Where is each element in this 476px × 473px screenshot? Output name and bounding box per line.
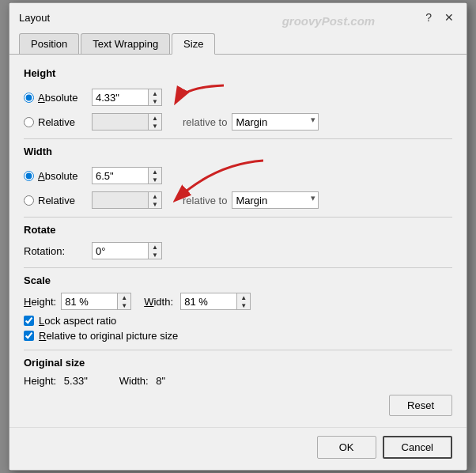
width-absolute-up[interactable]: ▲ xyxy=(149,168,161,176)
scale-values-row: Height: ▲ ▼ Width: ▲ xyxy=(24,293,452,310)
divider-4 xyxy=(24,350,452,350)
orig-width-key: Width: 8" xyxy=(119,375,165,387)
width-absolute-input[interactable] xyxy=(92,167,149,184)
width-absolute-down[interactable]: ▼ xyxy=(149,176,161,184)
height-relative-radio[interactable] xyxy=(24,117,34,127)
height-relative-up[interactable]: ▲ xyxy=(149,114,161,122)
rotation-up[interactable]: ▲ xyxy=(149,243,161,251)
height-absolute-input[interactable] xyxy=(92,89,149,106)
original-size-row: Height: 5.33" Width: 8" xyxy=(24,375,452,387)
width-margin-dropdown[interactable]: Margin Page Column xyxy=(232,191,319,209)
cancel-button[interactable]: Cancel xyxy=(383,436,452,459)
scale-width-spinner: ▲ ▼ xyxy=(180,293,251,310)
scale-width-label: Width: xyxy=(144,296,176,308)
arrow1-container xyxy=(167,85,230,109)
relative-to-orig-row: Relative to original picture size xyxy=(24,330,452,342)
height-absolute-radio[interactable] xyxy=(24,93,34,103)
scale-height-spinbtns: ▲ ▼ xyxy=(118,293,131,310)
rotate-section: Rotate Rotation: ▲ ▼ xyxy=(24,224,452,259)
scale-height-input[interactable] xyxy=(61,293,118,310)
relative-to-orig-label: Relative to original picture size xyxy=(39,330,178,342)
divider-2 xyxy=(24,217,452,218)
width-relative-spinbtns: ▲ ▼ xyxy=(149,191,162,209)
height-absolute-label[interactable]: Absolute xyxy=(24,92,87,104)
orig-height-value: 5.33" xyxy=(64,375,88,387)
watermark: groovyPost.com xyxy=(282,14,376,28)
scale-height-item: Height: ▲ ▼ xyxy=(24,293,131,310)
width-absolute-spinner: ▲ ▼ xyxy=(92,167,162,184)
height-relative-label[interactable]: Relative xyxy=(24,116,87,128)
height-section-label: Height xyxy=(24,67,452,79)
ok-button[interactable]: OK xyxy=(317,436,376,459)
height-section: Height Absolute ▲ ▼ xyxy=(24,67,452,131)
title-actions: ? ✕ xyxy=(422,9,457,25)
scale-height-up[interactable]: ▲ xyxy=(118,293,130,301)
scale-height-spinner: ▲ ▼ xyxy=(61,293,131,310)
height-absolute-up[interactable]: ▲ xyxy=(149,89,161,97)
rotation-input[interactable] xyxy=(92,242,149,259)
width-relative-spinner: ▲ ▼ xyxy=(92,191,162,209)
width-relative-text: Relative xyxy=(38,195,75,206)
height-margin-dropdown-wrap: Margin Page Column xyxy=(232,113,319,131)
lock-aspect-checkbox[interactable] xyxy=(24,316,34,326)
width-absolute-row: Absolute ▲ ▼ xyxy=(24,164,452,187)
height-absolute-spinner: ▲ ▼ xyxy=(92,89,162,106)
scale-height-down[interactable]: ▼ xyxy=(118,301,130,309)
divider-3 xyxy=(24,267,452,268)
reset-row: Reset xyxy=(24,395,452,416)
height-relative-text: Relative xyxy=(38,116,75,128)
content-area: Height Absolute ▲ ▼ xyxy=(9,55,467,427)
tab-text-wrapping[interactable]: Text Wrapping xyxy=(81,33,170,54)
title-bar: Layout groovyPost.com ? ✕ xyxy=(9,3,467,28)
tab-position[interactable]: Position xyxy=(19,33,79,54)
width-relative-up[interactable]: ▲ xyxy=(149,192,161,200)
width-relative-label[interactable]: Relative xyxy=(24,195,87,206)
rotation-row: Rotation: ▲ ▼ xyxy=(24,242,452,259)
height-absolute-row: Absolute ▲ ▼ xyxy=(24,85,452,109)
divider-1 xyxy=(24,138,452,139)
close-button[interactable]: ✕ xyxy=(441,9,457,25)
height-relative-row: Relative ▲ ▼ relative to Margin Page Col… xyxy=(24,113,452,131)
rotation-down[interactable]: ▼ xyxy=(149,251,161,259)
height-absolute-down[interactable]: ▼ xyxy=(149,97,161,105)
height-margin-dropdown[interactable]: Margin Page Column xyxy=(232,113,319,131)
width-absolute-radio[interactable] xyxy=(24,171,34,181)
rotation-spinner: ▲ ▼ xyxy=(92,242,162,259)
scale-height-label: Height: xyxy=(24,296,56,308)
scale-section-label: Scale xyxy=(24,274,452,286)
width-relative-radio[interactable] xyxy=(24,195,34,206)
orig-height-key: Height: 5.33" xyxy=(24,375,88,387)
height-relative-input[interactable] xyxy=(92,113,149,131)
scale-width-spinbtns: ▲ ▼ xyxy=(237,293,251,310)
width-section: Width Absolute ▲ ▼ xyxy=(24,146,452,209)
height-relative-spinner: ▲ ▼ xyxy=(92,113,162,131)
rotate-section-label: Rotate xyxy=(24,224,452,236)
relative-to-orig-checkbox[interactable] xyxy=(24,331,34,341)
dialog-footer: OK Cancel xyxy=(9,427,467,470)
reset-button[interactable]: Reset xyxy=(389,395,452,416)
lock-aspect-label: Lock aspect ratio xyxy=(39,315,116,327)
scale-width-input[interactable] xyxy=(180,293,237,310)
original-size-section: Original size Height: 5.33" Width: 8" xyxy=(24,357,452,387)
layout-dialog: Layout groovyPost.com ? ✕ Position Text … xyxy=(9,2,467,471)
dialog-title: Layout xyxy=(19,12,50,24)
original-size-label: Original size xyxy=(24,357,452,369)
tab-size[interactable]: Size xyxy=(172,33,215,55)
width-margin-dropdown-wrap: Margin Page Column xyxy=(232,191,319,209)
height-relative-down[interactable]: ▼ xyxy=(149,122,161,130)
height-relative-spinbtns: ▲ ▼ xyxy=(149,113,162,131)
width-absolute-text: Absolute xyxy=(38,170,78,182)
red-arrow-1 xyxy=(168,79,232,121)
width-absolute-label[interactable]: Absolute xyxy=(24,170,87,182)
width-relative-down[interactable]: ▼ xyxy=(149,200,161,208)
width-relative-input[interactable] xyxy=(92,191,149,209)
help-button[interactable]: ? xyxy=(422,9,435,25)
width-relative-row: Relative ▲ ▼ relative to Margin Page Col… xyxy=(24,191,452,209)
lock-aspect-row: Lock aspect ratio xyxy=(24,315,452,327)
rotation-label: Rotation: xyxy=(24,245,87,257)
height-absolute-text: Absolute xyxy=(38,92,78,104)
scale-width-up[interactable]: ▲ xyxy=(237,293,250,301)
scale-width-down[interactable]: ▼ xyxy=(237,301,250,309)
tab-bar: Position Text Wrapping Size xyxy=(9,28,467,55)
orig-width-value: 8" xyxy=(156,375,165,387)
